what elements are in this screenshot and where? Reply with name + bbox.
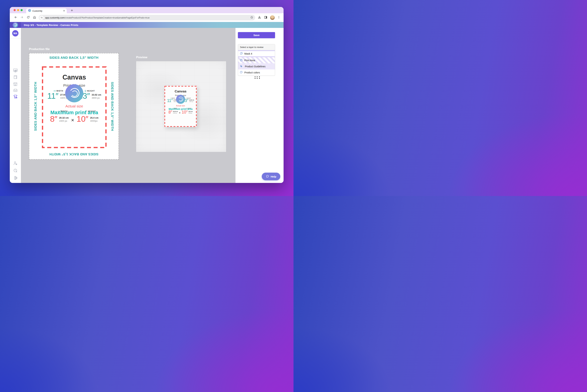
browser-toolbar: app.customily.com/createProduct3?forProd…: [10, 13, 284, 22]
window-minimize-button[interactable]: [17, 9, 19, 11]
browser-window: Customily: [10, 7, 284, 183]
sidebar-divider: [10, 38, 21, 39]
user-avatar[interactable]: MA: [12, 30, 18, 36]
pod-products-icon[interactable]: POD: [12, 94, 18, 100]
layer-label: Print Area: [244, 59, 255, 62]
layer-label: Mask 4: [244, 52, 252, 55]
back-icon[interactable]: [14, 16, 17, 20]
layer-row-print-area[interactable]: Print Area: [238, 57, 275, 63]
templates-icon[interactable]: [12, 74, 18, 80]
url-path: /createProduct3?forProductTemplateCreati…: [64, 16, 150, 19]
window-close-button[interactable]: [13, 9, 16, 11]
browser-tab-customily[interactable]: Customily: [26, 8, 67, 13]
max-print-area-label: Maximum print area: [50, 110, 98, 116]
layer-list-header: Select a layer to review: [238, 44, 275, 50]
profile-avatar[interactable]: [270, 15, 275, 20]
help-chat-icon: [266, 174, 269, 178]
layer-row-product-colors[interactable]: Product colors: [238, 70, 275, 76]
mask-layer-icon: [240, 52, 243, 56]
site-info-icon[interactable]: [39, 16, 43, 20]
help-label: Help: [271, 175, 276, 178]
design-editor-icon[interactable]: [12, 68, 18, 73]
layer-row-product-guidelines[interactable]: Product Guidelines: [238, 63, 275, 70]
forward-icon[interactable]: [20, 16, 24, 20]
page-title: Step 3/3 - Template Review - Canvas Prin…: [24, 24, 78, 26]
max-width-cm: 20.32 cm: [59, 116, 69, 119]
preview-label: Preview: [136, 56, 147, 59]
print-area-border-preview: [164, 86, 197, 127]
max-height-inches: 10″: [77, 115, 88, 123]
max-width-px: 2400 px: [59, 120, 67, 122]
guide-text-left: SIDES AND BACK 1,5” WIDTH: [34, 82, 37, 131]
app-header: Step 3/3 - Template Review - Canvas Prin…: [10, 22, 284, 28]
tab-title: Customily: [32, 10, 63, 12]
store-icon[interactable]: [12, 81, 18, 87]
height-cm: 33.02 cm: [92, 94, 101, 96]
download-icon[interactable]: [258, 16, 261, 20]
layer-list: Select a layer to review Mask 4 Print Ar…: [238, 44, 275, 76]
width-inches: 11″: [47, 92, 58, 100]
side-panel-icon[interactable]: [264, 16, 268, 20]
layer-row-mask[interactable]: Mask 4: [238, 50, 275, 57]
window-maximize-button[interactable]: [20, 9, 23, 11]
preview-area[interactable]: Canvas Printable size WIDTH 11″ 27.94 cm…: [136, 61, 226, 152]
customily-logo: [10, 22, 21, 28]
logout-icon[interactable]: [12, 175, 18, 181]
layer-label: Product colors: [244, 71, 260, 74]
tab-strip: Customily: [10, 7, 284, 13]
product-guidelines-icon: [240, 65, 243, 68]
production-file-page[interactable]: SIDES AND BACK 1,5” WIDTH SIDES AND BACK…: [29, 53, 119, 160]
max-height-cm: 25.4 cm: [90, 116, 98, 119]
times-symbol: ×: [71, 117, 74, 123]
tab-favicon: [28, 9, 31, 12]
new-tab-icon[interactable]: [70, 8, 74, 12]
workspace-canvas: Production file SIDES AND BACK 1,5” WIDT…: [21, 28, 235, 183]
guide-text-top: SIDES AND BACK 1,5” WIDTH: [29, 56, 118, 60]
layer-label: Product Guidelines: [245, 65, 265, 68]
save-button[interactable]: Save: [238, 32, 275, 38]
url-domain: app.customily.com: [45, 16, 64, 19]
app-sidebar: MA POD ?: [10, 28, 21, 183]
product-colors-icon: [240, 71, 243, 74]
address-bar[interactable]: app.customily.com/createProduct3?forProd…: [39, 15, 255, 20]
inbox-icon[interactable]: [12, 87, 18, 93]
max-height-px: 3000px: [90, 120, 98, 122]
support-icon[interactable]: ?: [12, 168, 18, 173]
account-settings-icon[interactable]: [12, 160, 18, 166]
guide-text-right: SIDES AND BACK 1,5” WIDTH: [110, 82, 114, 131]
bookmark-star-icon[interactable]: [250, 16, 253, 20]
home-icon[interactable]: [33, 16, 36, 20]
tab-close-icon[interactable]: [63, 9, 65, 12]
customily-watermark-logo: [65, 84, 83, 102]
url-text[interactable]: app.customily.com/createProduct3?forProd…: [45, 16, 250, 19]
canvas-mockup[interactable]: Canvas Printable size WIDTH 11″ 27.94 cm…: [164, 86, 197, 127]
svg-text:?: ?: [15, 169, 16, 172]
height-px: 3900 px: [92, 96, 100, 99]
max-width-inches: 8″: [50, 115, 57, 123]
reload-icon[interactable]: [26, 16, 30, 20]
svg-text:POD: POD: [15, 97, 17, 98]
panel-drag-handle[interactable]: [255, 76, 260, 79]
template-title: Canvas: [62, 74, 86, 80]
template-artwork: Canvas Printable size WIDTH 11″ 27.94 cm…: [42, 66, 107, 148]
guide-text-bottom: SIDES AND BACK 1,5” WIDTH: [29, 152, 118, 156]
production-file-label: Production file: [29, 48, 50, 51]
help-button[interactable]: Help: [262, 173, 280, 180]
review-panel: Save Select a layer to review Mask 4 Pri…: [235, 28, 284, 183]
actual-size-label: Actual size: [65, 104, 83, 108]
print-area-icon: [240, 58, 243, 62]
menu-kebab-icon[interactable]: [277, 16, 280, 20]
